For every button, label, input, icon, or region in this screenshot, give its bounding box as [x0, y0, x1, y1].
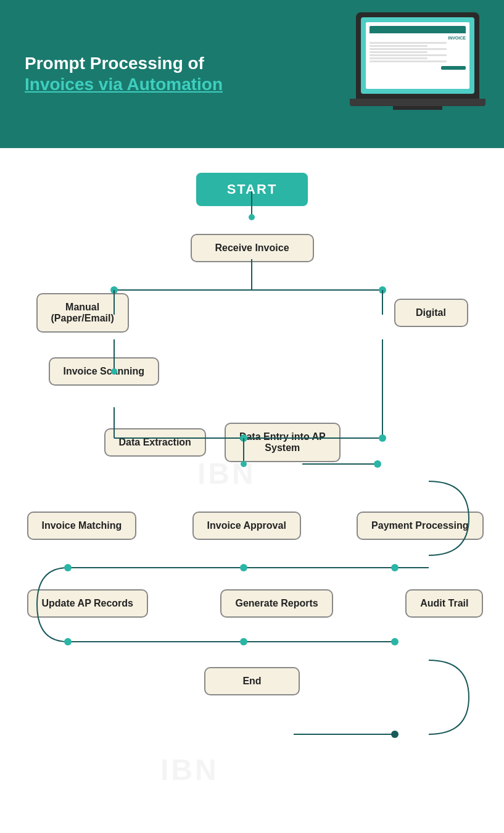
- update-ap-node: Update AP Records: [27, 589, 148, 618]
- payment-processing-node: Payment Processing: [357, 512, 483, 540]
- end-node: End: [204, 667, 299, 695]
- start-node: START: [196, 173, 308, 206]
- receive-invoice-node: Receive Invoice: [191, 234, 314, 262]
- audit-trail-node: Audit Trail: [405, 589, 483, 618]
- data-entry-node: Data Entry into AP System: [225, 423, 341, 462]
- digital-node: Digital: [394, 299, 468, 327]
- header: Prompt Processing of Invoices via Automa…: [0, 0, 504, 148]
- laptop-illustration: INVOICE: [350, 12, 485, 136]
- generate-reports-node: Generate Reports: [220, 589, 333, 618]
- watermark-2: IBN: [160, 753, 219, 787]
- invoice-scanning-node: Invoice Scanning: [49, 357, 160, 386]
- manual-node: Manual (Paper/Email): [36, 293, 129, 333]
- svg-point-28: [391, 731, 399, 738]
- flowchart: IBN IBN: [0, 148, 504, 745]
- data-extraction-node: Data Extraction: [104, 428, 206, 457]
- invoice-approval-node: Invoice Approval: [192, 512, 301, 540]
- invoice-matching-node: Invoice Matching: [27, 512, 137, 540]
